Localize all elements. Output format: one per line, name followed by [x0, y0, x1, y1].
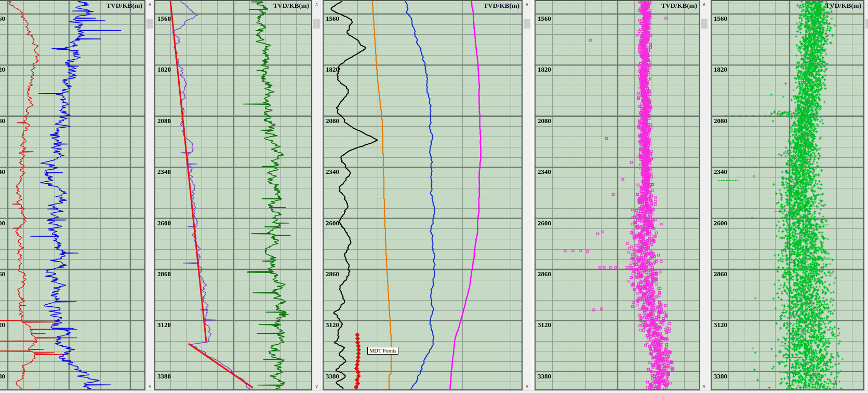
depth-tick-label: 2340 [538, 168, 551, 175]
depth-tick-label: 2600 [0, 220, 5, 227]
depth-tick-label: 1560 [0, 15, 5, 22]
depth-unit-label: TVD/KB(m) [273, 2, 309, 10]
track-2-plot-canvas[interactable] [155, 1, 311, 389]
scroll-thumb[interactable] [865, 19, 868, 29]
depth-tick-label: 1560 [157, 15, 171, 22]
depth-tick-label: 2340 [326, 168, 339, 175]
log-track-4: TVD/KB(m)1560182020802340260028603120338… [535, 0, 700, 390]
depth-tick-label: 3120 [714, 321, 727, 329]
depth-tick-label: 2080 [538, 117, 551, 125]
depth-unit-label: TVD/KB(m) [825, 2, 861, 10]
mdt-points-annotation: MDT Points [367, 347, 398, 355]
scroll-down-button[interactable]: ∨ [313, 382, 321, 390]
scroll-thumb[interactable] [701, 19, 707, 29]
track-5-plot-canvas[interactable] [712, 1, 863, 389]
depth-tick-label: 1820 [714, 66, 727, 73]
depth-tick-label: 3380 [326, 373, 339, 380]
depth-tick-label: 2340 [157, 168, 171, 175]
scroll-up-icon: ∧ [315, 2, 318, 7]
well-log-viewer: TVD/KB(m)1560182020802340260028603120338… [0, 0, 868, 393]
depth-tick-label: 2080 [326, 117, 339, 125]
depth-tick-label: 2080 [714, 117, 727, 125]
scroll-thumb[interactable] [146, 19, 153, 29]
depth-tick-label: 3120 [157, 321, 171, 329]
track-3-scrollbar[interactable]: ∧∨ [523, 0, 531, 390]
depth-tick-label: 2860 [157, 270, 171, 278]
depth-tick-label: 2860 [0, 270, 5, 278]
track-3-plot-canvas[interactable] [324, 1, 522, 389]
scroll-up-icon: ∧ [148, 2, 152, 7]
depth-tick-label: 1560 [714, 15, 727, 22]
bottom-strip [0, 390, 868, 393]
depth-tick-label: 2080 [157, 117, 171, 125]
scroll-up-button[interactable]: ∧ [700, 0, 708, 8]
depth-unit-label: TVD/KB(m) [484, 2, 519, 10]
depth-tick-label: 3380 [0, 373, 5, 380]
log-track-2: TVD/KB(m)1560182020802340260028603120338… [154, 0, 312, 390]
depth-unit-label: TVD/KB(m) [661, 2, 697, 10]
depth-tick-label: 1820 [538, 66, 551, 73]
depth-tick-label: 3380 [538, 373, 551, 380]
scroll-down-button[interactable]: ∨ [865, 382, 868, 390]
scroll-thumb[interactable] [313, 19, 320, 29]
scroll-thumb[interactable] [524, 19, 530, 29]
track-4-plot-canvas[interactable] [536, 1, 699, 389]
scroll-up-button[interactable]: ∧ [313, 0, 321, 8]
log-track-3: TVD/KB(m)1560182020802340260028603120338… [323, 0, 523, 390]
depth-tick-label: 3120 [0, 321, 5, 329]
depth-tick-label: 1820 [0, 66, 5, 73]
track-5-scrollbar[interactable]: ∧∨ [864, 0, 868, 390]
depth-tick-label: 1820 [326, 66, 339, 73]
track-1-scrollbar[interactable]: ∧∨ [145, 0, 154, 390]
depth-tick-label: 2860 [326, 270, 339, 278]
scroll-down-button[interactable]: ∨ [146, 382, 154, 390]
scroll-down-icon: ∨ [315, 384, 318, 389]
scroll-up-button[interactable]: ∧ [523, 0, 531, 8]
track-2-scrollbar[interactable]: ∧∨ [312, 0, 321, 390]
depth-tick-label: 1560 [326, 15, 339, 22]
depth-tick-label: 2600 [714, 220, 727, 227]
depth-tick-label: 2600 [157, 220, 171, 227]
depth-tick-label: 2080 [0, 117, 5, 125]
log-track-5: TVD/KB(m)1560182020802340260028603120338… [711, 0, 864, 390]
depth-tick-label: 3120 [538, 321, 551, 329]
depth-tick-label: 3380 [157, 373, 171, 380]
scroll-up-button[interactable]: ∧ [865, 0, 868, 8]
scroll-up-icon: ∧ [525, 2, 529, 7]
depth-tick-label: 2340 [714, 168, 727, 175]
scroll-up-button[interactable]: ∧ [146, 0, 154, 8]
depth-tick-label: 1560 [538, 15, 551, 22]
scroll-down-button[interactable]: ∨ [523, 382, 531, 390]
track-4-scrollbar[interactable]: ∧∨ [700, 0, 709, 390]
depth-tick-label: 3380 [714, 373, 727, 380]
scroll-up-icon: ∧ [702, 2, 706, 7]
depth-unit-label: TVD/KB(m) [106, 2, 142, 10]
scroll-down-icon: ∨ [148, 384, 152, 389]
track-1-plot-canvas[interactable] [0, 1, 144, 389]
depth-tick-label: 2340 [0, 168, 5, 175]
depth-tick-label: 3120 [326, 321, 339, 329]
scroll-down-icon: ∨ [525, 384, 529, 389]
scroll-down-icon: ∨ [702, 384, 706, 389]
log-track-1: TVD/KB(m)1560182020802340260028603120338… [0, 0, 145, 390]
depth-tick-label: 2860 [714, 270, 727, 278]
depth-tick-label: 2600 [538, 220, 551, 227]
depth-tick-label: 2860 [538, 270, 551, 278]
depth-tick-label: 1820 [157, 66, 171, 73]
depth-tick-label: 2600 [326, 220, 339, 227]
scroll-down-button[interactable]: ∨ [700, 382, 708, 390]
